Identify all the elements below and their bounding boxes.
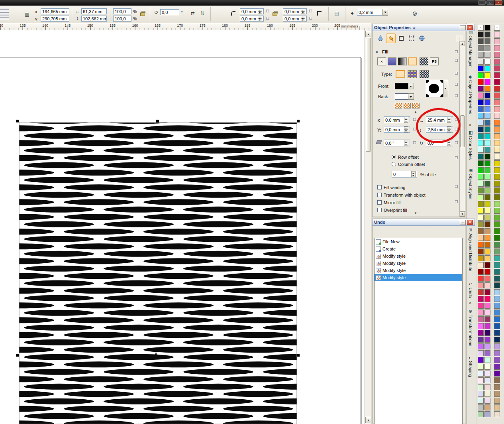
spinner[interactable] bbox=[258, 9, 262, 14]
palette-color-swatch[interactable] bbox=[494, 174, 500, 180]
palette-color-swatch[interactable] bbox=[484, 52, 490, 58]
spinner[interactable] bbox=[447, 126, 451, 132]
docker-scrollbar[interactable]: ▲ ▼ bbox=[459, 41, 465, 217]
palette-color-swatch[interactable] bbox=[478, 411, 484, 417]
palette-color-swatch[interactable] bbox=[494, 79, 500, 85]
minimize-window-icon[interactable]: – bbox=[478, 0, 486, 5]
palette-color-swatch[interactable] bbox=[484, 282, 490, 288]
palette-color-swatch[interactable] bbox=[478, 72, 484, 78]
selection-handle-middle-left[interactable] bbox=[16, 354, 19, 357]
palette-color-swatch[interactable] bbox=[494, 140, 500, 146]
palette-color-swatch[interactable] bbox=[484, 140, 490, 146]
palette-color-swatch[interactable] bbox=[484, 357, 490, 363]
dropdown-arrow-icon[interactable] bbox=[408, 83, 414, 89]
palette-color-swatch[interactable] bbox=[494, 398, 500, 404]
spinner[interactable] bbox=[258, 16, 262, 21]
selection-handle-top-right[interactable] bbox=[297, 120, 300, 122]
pattern-fill-button[interactable] bbox=[408, 57, 417, 65]
spinner[interactable] bbox=[301, 9, 305, 14]
palette-color-swatch[interactable] bbox=[478, 86, 484, 92]
tile-offset-input[interactable]: 0 bbox=[392, 171, 417, 177]
object-x-input[interactable]: 164,665 mm bbox=[41, 8, 69, 14]
palette-color-swatch[interactable] bbox=[478, 316, 484, 322]
pattern-picker-arrow-icon[interactable] bbox=[443, 80, 448, 97]
spinner[interactable] bbox=[404, 117, 408, 123]
palette-color-swatch[interactable] bbox=[478, 99, 484, 105]
spinner[interactable] bbox=[404, 126, 408, 132]
palette-color-swatch[interactable] bbox=[494, 120, 500, 126]
palette-color-swatch[interactable] bbox=[478, 187, 484, 193]
texture-fill-button[interactable] bbox=[420, 57, 428, 65]
palette-color-swatch[interactable] bbox=[494, 235, 500, 241]
pattern-preview[interactable] bbox=[426, 80, 443, 97]
palette-color-swatch[interactable] bbox=[484, 289, 490, 295]
palette-color-swatch[interactable] bbox=[494, 38, 500, 44]
palette-color-swatch[interactable] bbox=[494, 72, 500, 78]
undo-item[interactable]: Modify style bbox=[375, 267, 462, 274]
row-option-box[interactable] bbox=[455, 72, 458, 75]
palette-color-swatch[interactable] bbox=[484, 255, 490, 261]
palette-color-swatch[interactable] bbox=[478, 208, 484, 214]
palette-color-swatch[interactable] bbox=[484, 330, 490, 336]
palette-color-swatch[interactable] bbox=[478, 228, 484, 234]
palette-color-swatch[interactable] bbox=[494, 86, 500, 92]
palette-color-swatch[interactable] bbox=[494, 289, 500, 295]
tile-y-input[interactable]: 0,0 mm bbox=[384, 126, 410, 133]
palette-color-swatch[interactable] bbox=[484, 38, 490, 44]
undo-item[interactable]: Modify style bbox=[375, 252, 462, 260]
palette-color-swatch[interactable] bbox=[484, 248, 490, 254]
palette-color-swatch[interactable] bbox=[494, 316, 500, 322]
palette-color-swatch[interactable] bbox=[478, 296, 484, 302]
palette-color-swatch[interactable] bbox=[478, 398, 484, 404]
palette-color-swatch[interactable] bbox=[484, 384, 490, 390]
mid-option-box[interactable] bbox=[413, 141, 416, 144]
spinner[interactable] bbox=[447, 117, 451, 123]
palette-color-swatch[interactable] bbox=[494, 303, 500, 309]
palette-color-swatch[interactable] bbox=[478, 59, 484, 65]
palette-color-swatch[interactable] bbox=[478, 106, 484, 112]
palette-color-swatch[interactable] bbox=[494, 167, 500, 173]
palette-color-swatch[interactable] bbox=[494, 371, 500, 377]
palette-color-swatch[interactable] bbox=[484, 187, 490, 193]
close-docker-icon[interactable]: × bbox=[467, 220, 473, 225]
row-option-box[interactable] bbox=[455, 59, 458, 62]
scrollbar-thumb[interactable] bbox=[460, 115, 465, 147]
palette-color-swatch[interactable] bbox=[484, 45, 490, 51]
palette-color-swatch[interactable] bbox=[478, 194, 484, 200]
palette-color-swatch[interactable] bbox=[484, 174, 490, 180]
palette-color-swatch[interactable] bbox=[484, 296, 490, 302]
palette-color-swatch[interactable] bbox=[494, 411, 500, 417]
palette-color-swatch[interactable] bbox=[494, 113, 500, 119]
create-pattern-icon[interactable] bbox=[404, 103, 411, 108]
palette-color-swatch[interactable] bbox=[484, 65, 490, 71]
palette-color-swatch[interactable] bbox=[484, 167, 490, 173]
palette-color-swatch[interactable] bbox=[484, 364, 490, 370]
internet-tab-icon[interactable] bbox=[417, 34, 427, 43]
palette-color-swatch[interactable] bbox=[494, 160, 500, 166]
palette-color-swatch[interactable] bbox=[494, 391, 500, 397]
palette-color-swatch[interactable] bbox=[494, 276, 500, 282]
palette-color-swatch[interactable] bbox=[484, 208, 490, 214]
palette-color-swatch[interactable] bbox=[494, 99, 500, 105]
row-option-box[interactable] bbox=[455, 118, 458, 121]
palette-color-swatch[interactable] bbox=[478, 140, 484, 146]
palette-color-swatch[interactable] bbox=[484, 316, 490, 322]
palette-color-swatch[interactable] bbox=[484, 133, 490, 139]
palette-color-swatch[interactable] bbox=[478, 404, 484, 410]
palette-color-swatch[interactable] bbox=[484, 343, 490, 349]
spinner[interactable] bbox=[411, 171, 416, 177]
selection-handle-top-left[interactable] bbox=[16, 120, 19, 122]
row-offset-radio[interactable] bbox=[392, 155, 396, 159]
palette-color-swatch[interactable] bbox=[494, 343, 500, 349]
scale-x-input[interactable]: 100,0 bbox=[113, 8, 131, 14]
palette-color-swatch[interactable] bbox=[484, 79, 490, 85]
transform-with-object-checkbox[interactable] bbox=[377, 193, 382, 197]
corner-radius-tl-input[interactable]: 0,0 mm bbox=[240, 8, 264, 14]
corner-option-box[interactable] bbox=[309, 10, 312, 12]
palette-color-swatch[interactable] bbox=[484, 303, 490, 309]
palette-color-swatch[interactable] bbox=[494, 52, 500, 58]
palette-color-swatch[interactable] bbox=[478, 330, 484, 336]
palette-color-swatch[interactable] bbox=[478, 181, 484, 187]
palette-color-swatch[interactable] bbox=[484, 194, 490, 200]
palette-color-swatch[interactable] bbox=[478, 235, 484, 241]
